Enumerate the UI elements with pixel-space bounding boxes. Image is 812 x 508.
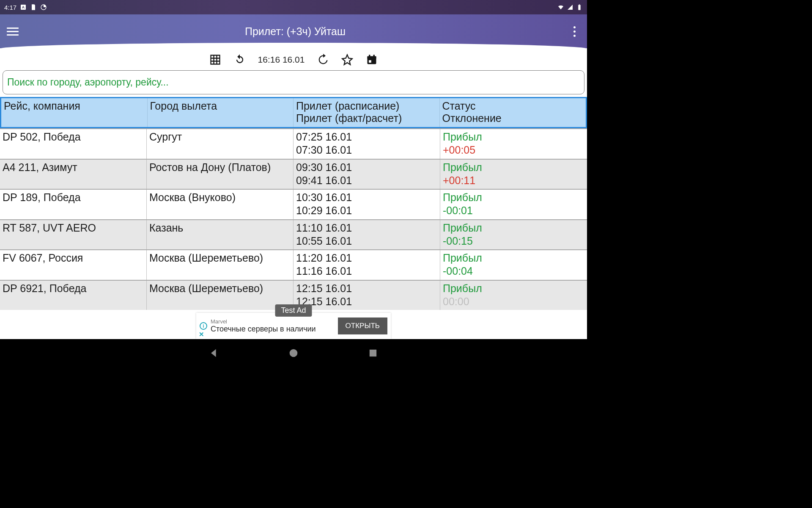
status-time: 4:17 — [4, 4, 16, 11]
svg-rect-9 — [369, 60, 371, 63]
status-pie-icon — [40, 4, 47, 11]
cell-flight: FV 6067, Россия — [0, 250, 147, 280]
android-nav-bar — [0, 339, 587, 367]
col-flight[interactable]: Рейс, компания — [1, 98, 148, 127]
status-sd-icon — [30, 4, 37, 11]
ad-open-button[interactable]: ОТКРЫТЬ — [338, 318, 387, 334]
wifi-icon — [557, 4, 564, 11]
col-arrival[interactable]: Прилет (расписание)Прилет (факт/расчет) — [294, 98, 440, 127]
grid-icon[interactable] — [209, 53, 222, 66]
cell-arrival: 07:25 16.0107:30 16.01 — [294, 129, 440, 159]
signal-icon — [567, 4, 573, 11]
ad-text: Стоечные серверы в наличии — [211, 325, 338, 334]
cell-flight: RT 587, UVT AERO — [0, 220, 147, 250]
overflow-menu-button[interactable] — [568, 26, 580, 37]
svg-rect-8 — [373, 55, 375, 57]
home-button[interactable] — [288, 347, 299, 359]
menu-button[interactable] — [7, 24, 22, 39]
col-city[interactable]: Город вылета — [148, 98, 294, 127]
ad-banner[interactable]: Test Ad i ✕ Marvel Стоечные серверы в на… — [196, 313, 391, 339]
cell-arrival: 11:10 16.0110:55 16.01 — [294, 220, 440, 250]
star-icon[interactable] — [341, 53, 354, 66]
table-row[interactable]: DP 502, ПобедаСургут07:25 16.0107:30 16.… — [0, 128, 587, 159]
timestamp-label: 16:16 16.01 — [258, 55, 305, 65]
cell-city: Сургут — [147, 129, 294, 159]
ad-close-icon[interactable]: ✕ — [199, 331, 204, 338]
cell-flight: A4 211, Азимут — [0, 160, 147, 189]
table-row[interactable]: DP 189, ПобедаМосква (Внуково)10:30 16.0… — [0, 189, 587, 219]
table-row[interactable]: FV 6067, РоссияМосква (Шереметьево)11:20… — [0, 249, 587, 280]
table-header-row: Рейс, компания Город вылета Прилет (расп… — [0, 97, 587, 128]
cell-flight: DP 6921, Победа — [0, 281, 147, 310]
cell-arrival: 11:20 16.0111:16 16.01 — [294, 250, 440, 280]
table-row[interactable]: RT 587, UVT AEROКазань11:10 16.0110:55 1… — [0, 219, 587, 250]
recents-button[interactable] — [367, 347, 379, 359]
svg-rect-6 — [368, 56, 376, 59]
svg-rect-3 — [578, 5, 580, 10]
col-status[interactable]: СтатусОтклонение — [440, 98, 586, 127]
calendar-icon[interactable] — [365, 53, 378, 66]
cell-status: Прибыл+00:05 — [440, 129, 587, 159]
ad-info-icon[interactable]: i — [200, 322, 207, 330]
ad-brand: Marvel — [211, 318, 338, 325]
cell-flight: DP 189, Победа — [0, 190, 147, 219]
table-row[interactable]: A4 211, АзимутРостов на Дону (Платов)09:… — [0, 159, 587, 189]
cell-status: Прибыл-00:15 — [440, 220, 587, 250]
svg-text:A: A — [22, 5, 25, 9]
cell-status: Прибыл-00:01 — [440, 190, 587, 219]
status-icon-a: A — [20, 4, 27, 11]
cell-status: Прибыл+00:11 — [440, 160, 587, 189]
cell-city: Москва (Внуково) — [147, 190, 294, 219]
svg-rect-4 — [579, 4, 580, 5]
cell-arrival: 12:15 16.0112:15 16.01 — [294, 281, 440, 310]
toolbar: 16:16 16.01 — [0, 48, 587, 70]
svg-rect-7 — [369, 55, 370, 57]
cell-city: Москва (Шереметьево) — [147, 250, 294, 280]
svg-rect-11 — [370, 350, 376, 356]
svg-point-10 — [290, 349, 298, 357]
cell-arrival: 10:30 16.0110:29 16.01 — [294, 190, 440, 219]
cell-city: Ростов на Дону (Платов) — [147, 160, 294, 189]
cell-city: Казань — [147, 220, 294, 250]
cell-status: Прибыл00:00 — [440, 281, 587, 310]
battery-icon — [576, 4, 583, 11]
cell-flight: DP 502, Победа — [0, 129, 147, 159]
android-status-bar: 4:17 A — [0, 0, 587, 14]
cell-arrival: 09:30 16.0109:41 16.01 — [294, 160, 440, 189]
back-button[interactable] — [208, 347, 220, 359]
page-title: Прилет: (+3ч) Уйташ — [22, 25, 568, 38]
cell-city: Москва (Шереметьево) — [147, 281, 294, 310]
refresh-icon[interactable] — [233, 53, 246, 66]
history-icon[interactable] — [316, 53, 329, 66]
test-ad-badge: Test Ad — [275, 304, 312, 317]
search-input[interactable] — [3, 70, 584, 94]
cell-status: Прибыл-00:04 — [440, 250, 587, 280]
app-bar: Прилет: (+3ч) Уйташ — [0, 14, 587, 48]
